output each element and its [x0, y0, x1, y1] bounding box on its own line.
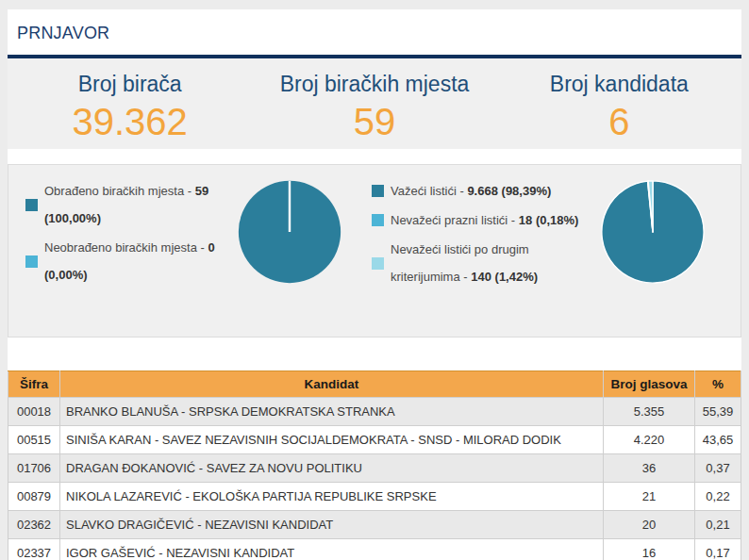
content-card: PRNJAVOR Broj birača 39.362 Broj birački…: [8, 9, 741, 560]
column-header-votes: Broj glasova: [604, 371, 695, 398]
cell-votes: 16: [604, 539, 695, 560]
polling-stations-legend: Obrađeno biračkih mjesta - 59 (100,00%)N…: [8, 177, 235, 337]
cell-percent: 0,17: [695, 539, 741, 560]
legend-label: Važeći listići - 9.668 (98,39%): [391, 177, 584, 205]
stat-voters: Broj birača 39.362: [8, 58, 252, 149]
table-row: 00515SINIŠA KARAN - SAVEZ NEZAVISNIH SOC…: [8, 426, 741, 454]
results-table: Šifra Kandidat Broj glasova % 00018BRANK…: [8, 371, 741, 560]
column-header-candidate: Kandidat: [60, 371, 604, 398]
cell-percent: 0,37: [695, 454, 741, 483]
cell-votes: 4.220: [604, 426, 695, 454]
polling-stations-pie-chart: [235, 177, 344, 337]
cell-candidate: BRANKO BLANUŠA - SRPSKA DEMOKRATSKA STRA…: [60, 398, 604, 426]
cell-percent: 0,21: [695, 511, 741, 539]
ballots-pie-chart: [598, 177, 707, 337]
table-row: 01706DRAGAN ĐOKANOVIĆ - SAVEZ ZA NOVU PO…: [8, 454, 741, 483]
stat-polling-stations-label: Broj biračkih mjesta: [252, 72, 496, 97]
stat-polling-stations-value: 59: [252, 101, 496, 143]
legend-item: Nevažeći prazni listići - 18 (0,18%): [372, 206, 598, 234]
spacer: [8, 338, 741, 371]
table-header-row: Šifra Kandidat Broj glasova %: [8, 371, 741, 398]
ballots-legend: Važeći listići - 9.668 (98,39%)Nevažeći …: [362, 177, 598, 337]
legend-swatch: [372, 185, 384, 197]
cell-code: 00018: [8, 398, 60, 426]
cell-candidate: SINIŠA KARAN - SAVEZ NEZAVISNIH SOCIJALD…: [60, 426, 604, 454]
cell-votes: 36: [604, 454, 695, 483]
legend-label: Nevažeći prazni listići - 18 (0,18%): [391, 206, 584, 234]
stat-polling-stations: Broj biračkih mjesta 59: [252, 58, 496, 149]
legend-item: Važeći listići - 9.668 (98,39%): [372, 177, 598, 205]
column-header-code: Šifra: [8, 371, 60, 398]
spacer: [8, 149, 741, 164]
cell-candidate: SLAVKO DRAGIČEVIĆ - NEZAVISNI KANDIDAT: [60, 511, 604, 539]
legend-label: Neobrađeno biračkih mjesta - 0 (0,00%): [44, 234, 235, 288]
cell-candidate: IGOR GAŠEVIĆ - NEZAVISNI KANDIDAT: [60, 539, 604, 560]
cell-code: 00879: [8, 483, 60, 511]
stat-candidates-value: 6: [497, 101, 741, 143]
ballots-chart: Važeći listići - 9.668 (98,39%)Nevažeći …: [362, 165, 749, 337]
legend-swatch: [372, 214, 384, 226]
summary-stats: Broj birača 39.362 Broj biračkih mjesta …: [8, 58, 741, 149]
cell-votes: 5.355: [604, 398, 695, 426]
pie-svg: [598, 177, 707, 287]
legend-label: Obrađeno biračkih mjesta - 59 (100,00%): [44, 177, 235, 232]
legend-swatch: [25, 199, 38, 211]
legend-label: Nevažeći listići po drugim kriterijumima…: [391, 236, 584, 290]
table-row: 00879NIKOLA LAZAREVIĆ - EKOLOŠKA PARTIJA…: [8, 483, 741, 511]
cell-votes: 21: [604, 483, 695, 511]
cell-percent: 55,39: [695, 398, 741, 426]
table-row: 02337IGOR GAŠEVIĆ - NEZAVISNI KANDIDAT16…: [8, 539, 741, 560]
legend-item: Nevažeći listići po drugim kriterijumima…: [372, 236, 598, 290]
legend-item: Obrađeno biračkih mjesta - 59 (100,00%): [25, 177, 235, 232]
table-row: 00018BRANKO BLANUŠA - SRPSKA DEMOKRATSKA…: [8, 398, 741, 426]
cell-percent: 0,22: [695, 483, 741, 511]
pie-svg: [235, 177, 344, 287]
polling-stations-chart: Obrađeno biračkih mjesta - 59 (100,00%)N…: [8, 165, 362, 337]
stat-candidates-label: Broj kandidata: [497, 72, 741, 97]
legend-swatch: [25, 255, 38, 268]
charts-panel: Obrađeno biračkih mjesta - 59 (100,00%)N…: [8, 164, 741, 338]
cell-code: 01706: [8, 454, 60, 483]
stat-candidates: Broj kandidata 6: [497, 58, 741, 149]
cell-code: 00515: [8, 426, 60, 454]
legend-swatch: [372, 257, 384, 270]
municipality-header: PRNJAVOR: [8, 9, 741, 55]
cell-candidate: DRAGAN ĐOKANOVIĆ - SAVEZ ZA NOVU POLITIK…: [60, 454, 604, 483]
column-header-percent: %: [695, 371, 741, 398]
page-title: PRNJAVOR: [17, 24, 732, 43]
cell-candidate: NIKOLA LAZAREVIĆ - EKOLOŠKA PARTIJA REPU…: [60, 483, 604, 511]
table-body: 00018BRANKO BLANUŠA - SRPSKA DEMOKRATSKA…: [8, 398, 741, 560]
cell-code: 02337: [8, 539, 60, 560]
legend-item: Neobrađeno biračkih mjesta - 0 (0,00%): [25, 234, 235, 288]
cell-code: 02362: [8, 511, 60, 539]
cell-percent: 43,65: [695, 426, 741, 454]
table-row: 02362SLAVKO DRAGIČEVIĆ - NEZAVISNI KANDI…: [8, 511, 741, 539]
stat-voters-value: 39.362: [8, 101, 252, 143]
cell-votes: 20: [604, 511, 695, 539]
stat-voters-label: Broj birača: [8, 72, 252, 97]
